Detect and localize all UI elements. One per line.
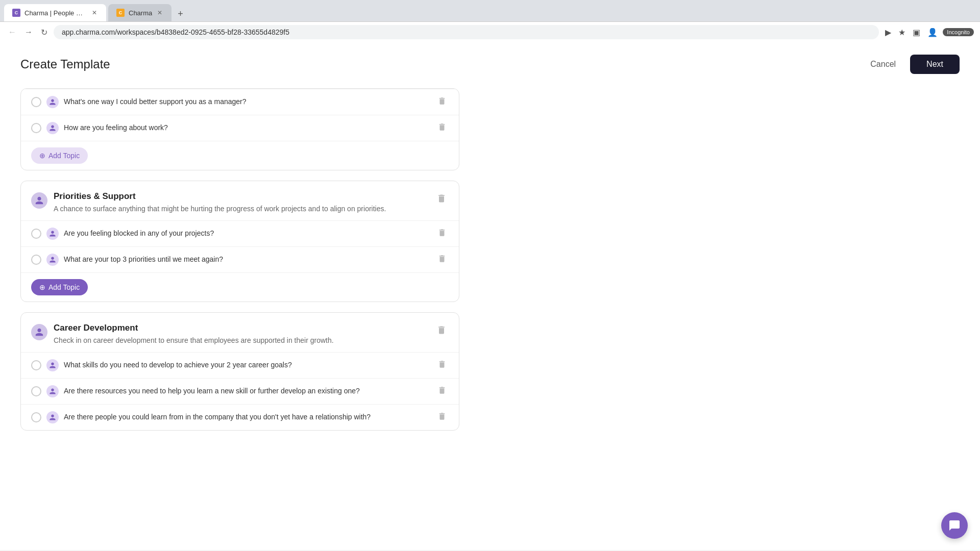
question-check-4[interactable] bbox=[31, 255, 41, 265]
header-actions: Cancel Next bbox=[862, 55, 960, 74]
question-text-7: Are there people you could learn from in… bbox=[64, 412, 430, 422]
section-desc-career: Check in on career development to ensure… bbox=[54, 335, 334, 346]
section-desc-priorities: A chance to surface anything that might … bbox=[54, 204, 386, 214]
tab-close-2[interactable]: ✕ bbox=[156, 8, 163, 17]
question-user-icon-5 bbox=[46, 359, 59, 371]
question-row-6: Are there resources you need to help you… bbox=[21, 378, 459, 404]
question-check-6[interactable] bbox=[31, 386, 41, 396]
question-text-6: Are there resources you need to help you… bbox=[64, 386, 430, 396]
add-topic-label-2: Add Topic bbox=[48, 283, 80, 291]
section-info-priorities: Priorities & Support A chance to surface… bbox=[54, 191, 386, 214]
question-row-4: What are your top 3 priorities until we … bbox=[21, 246, 459, 272]
section-avatar-priorities bbox=[31, 192, 47, 209]
tab-title-2: Charma bbox=[129, 9, 152, 17]
profile-button[interactable]: 👤 bbox=[925, 26, 940, 39]
back-button[interactable]: ← bbox=[6, 26, 18, 39]
question-delete-6[interactable] bbox=[435, 384, 449, 399]
tab-bar: C Charma | People Management S... ✕ C Ch… bbox=[0, 4, 980, 21]
add-topic-row-1: ⊕ Add Topic bbox=[21, 141, 459, 170]
section-title-career: Career Development bbox=[54, 323, 334, 333]
address-bar[interactable] bbox=[54, 25, 879, 39]
tab-favicon-2: C bbox=[116, 9, 125, 17]
tab-charma-people[interactable]: C Charma | People Management S... ✕ bbox=[4, 4, 106, 21]
browser-actions: ▶ ★ ▣ 👤 Incognito bbox=[883, 26, 974, 39]
tab-close-1[interactable]: ✕ bbox=[91, 8, 98, 17]
new-tab-button[interactable]: + bbox=[174, 7, 187, 21]
section-delete-priorities[interactable] bbox=[434, 191, 449, 208]
page-content: Create Template Cancel Next What's one w… bbox=[0, 42, 980, 550]
question-user-icon-6 bbox=[46, 385, 59, 397]
question-delete-1[interactable] bbox=[435, 94, 449, 110]
forward-button[interactable]: → bbox=[22, 26, 35, 39]
address-bar-row: ← → ↻ ▶ ★ ▣ 👤 Incognito bbox=[0, 21, 980, 42]
bookmark-button[interactable]: ★ bbox=[896, 26, 908, 39]
add-topic-button-2[interactable]: ⊕ Add Topic bbox=[31, 279, 88, 295]
section-avatar-career bbox=[31, 324, 47, 340]
section-delete-career[interactable] bbox=[434, 323, 449, 340]
add-topic-button-1[interactable]: ⊕ Add Topic bbox=[31, 147, 88, 164]
add-topic-icon-1: ⊕ bbox=[39, 152, 45, 160]
question-text-1: What's one way I could better support yo… bbox=[64, 97, 430, 107]
question-delete-3[interactable] bbox=[435, 226, 449, 241]
section-card-career: Career Development Check in on career de… bbox=[20, 312, 459, 431]
reload-button[interactable]: ↻ bbox=[39, 26, 50, 39]
question-text-2: How are you feeling about work? bbox=[64, 123, 430, 133]
question-row-5: What skills do you need to develop to ac… bbox=[21, 352, 459, 378]
question-delete-4[interactable] bbox=[435, 252, 449, 267]
question-check-3[interactable] bbox=[31, 229, 41, 239]
question-check-7[interactable] bbox=[31, 412, 41, 422]
extensions-button[interactable]: ▣ bbox=[911, 26, 922, 39]
question-check-1[interactable] bbox=[31, 97, 41, 107]
section-header-left-career: Career Development Check in on career de… bbox=[31, 323, 434, 346]
question-text-4: What are your top 3 priorities until we … bbox=[64, 255, 430, 265]
section-title-priorities: Priorities & Support bbox=[54, 191, 386, 202]
section-header-left-priorities: Priorities & Support A chance to surface… bbox=[31, 191, 434, 214]
section-header-career: Career Development Check in on career de… bbox=[21, 313, 459, 352]
question-check-2[interactable] bbox=[31, 123, 41, 133]
page-header: Create Template Cancel Next bbox=[20, 55, 960, 74]
incognito-badge: Incognito bbox=[943, 28, 974, 36]
content-area: What's one way I could better support yo… bbox=[20, 88, 459, 431]
cast-button[interactable]: ▶ bbox=[883, 26, 893, 39]
page-title: Create Template bbox=[20, 57, 110, 71]
question-row: What's one way I could better support yo… bbox=[21, 89, 459, 115]
question-delete-5[interactable] bbox=[435, 358, 449, 373]
question-row-7: Are there people you could learn from in… bbox=[21, 404, 459, 430]
question-text-5: What skills do you need to develop to ac… bbox=[64, 360, 430, 370]
tab-favicon-1: C bbox=[12, 9, 20, 17]
section-info-career: Career Development Check in on career de… bbox=[54, 323, 334, 346]
question-user-icon-4 bbox=[46, 254, 59, 266]
section-header-priorities: Priorities & Support A chance to surface… bbox=[21, 181, 459, 220]
section-card-top: What's one way I could better support yo… bbox=[20, 88, 459, 170]
next-button[interactable]: Next bbox=[910, 55, 960, 74]
add-topic-row-2: ⊕ Add Topic bbox=[21, 272, 459, 302]
browser-chrome: C Charma | People Management S... ✕ C Ch… bbox=[0, 0, 980, 42]
chat-bubble[interactable] bbox=[941, 512, 968, 539]
question-row-2: How are you feeling about work? bbox=[21, 115, 459, 141]
question-user-icon-7 bbox=[46, 411, 59, 423]
question-row-3: Are you feeling blocked in any of your p… bbox=[21, 220, 459, 246]
question-delete-2[interactable] bbox=[435, 120, 449, 136]
add-topic-label-1: Add Topic bbox=[48, 152, 80, 160]
question-check-5[interactable] bbox=[31, 360, 41, 370]
question-user-icon-2 bbox=[46, 122, 59, 134]
tab-charma[interactable]: C Charma ✕ bbox=[108, 4, 172, 21]
add-topic-icon-2: ⊕ bbox=[39, 283, 45, 291]
question-delete-7[interactable] bbox=[435, 410, 449, 425]
question-user-icon-1 bbox=[46, 96, 59, 108]
question-user-icon-3 bbox=[46, 228, 59, 240]
question-text-3: Are you feeling blocked in any of your p… bbox=[64, 229, 430, 239]
section-card-priorities: Priorities & Support A chance to surface… bbox=[20, 181, 459, 302]
cancel-button[interactable]: Cancel bbox=[862, 56, 904, 73]
tab-title-1: Charma | People Management S... bbox=[24, 9, 87, 17]
